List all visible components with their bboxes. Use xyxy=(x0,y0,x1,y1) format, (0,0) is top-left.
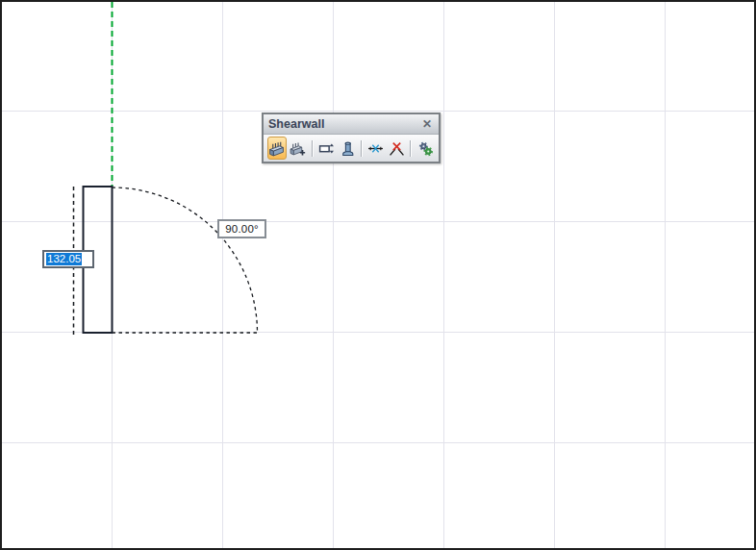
draw-shearwall-button[interactable] xyxy=(267,137,288,160)
snap-intersection-icon xyxy=(367,140,384,157)
pedestal-icon xyxy=(340,140,356,157)
toolbar-buttons xyxy=(264,135,439,162)
wall-opening-icon xyxy=(318,140,335,157)
toolbar-separator xyxy=(312,140,313,157)
length-input[interactable]: 132.05 xyxy=(42,250,94,268)
shearwall-toolbar: Shearwall ✕ xyxy=(262,112,441,163)
snap-intersection-button[interactable] xyxy=(365,137,386,160)
toolbar-title: Shearwall xyxy=(268,117,324,131)
toolbar-titlebar[interactable]: Shearwall ✕ xyxy=(264,114,439,135)
settings-button[interactable] xyxy=(416,137,436,160)
drawing-layer xyxy=(0,0,756,550)
delete-wall-button[interactable] xyxy=(387,137,407,160)
close-icon[interactable]: ✕ xyxy=(420,117,434,131)
angle-arc xyxy=(113,188,258,333)
delete-wall-icon xyxy=(389,140,405,157)
drawing-canvas[interactable]: 90.00° 132.05 Shearwall ✕ xyxy=(0,0,756,550)
pedestal-button[interactable] xyxy=(338,137,358,160)
settings-gears-icon xyxy=(417,140,434,157)
add-shearwall-button[interactable] xyxy=(288,137,308,160)
angle-label: 90.00° xyxy=(217,219,266,238)
toolbar-separator xyxy=(361,140,362,157)
grid-lines xyxy=(0,0,756,550)
angle-value: 90.00° xyxy=(225,223,259,235)
add-shearwall-icon xyxy=(290,140,306,157)
draw-shearwall-icon xyxy=(268,140,285,157)
canvas-border xyxy=(1,1,755,549)
toolbar-separator xyxy=(410,140,411,157)
wall-opening-button[interactable] xyxy=(316,137,337,160)
length-selected-text: 132.05 xyxy=(46,253,82,265)
